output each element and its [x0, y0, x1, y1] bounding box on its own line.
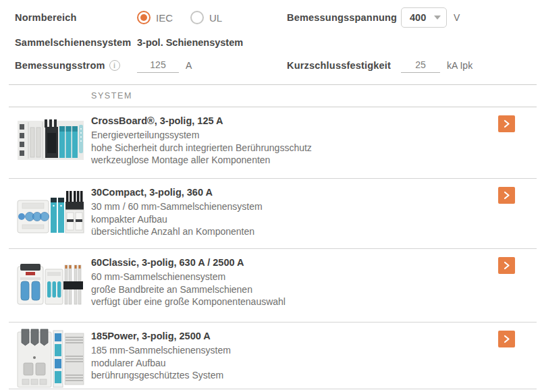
product-image-60classic — [17, 260, 84, 310]
current-input[interactable] — [137, 58, 179, 73]
bemessungsspannung-label-wrap: Bemessungsspannung — [287, 7, 397, 28]
open-product-button[interactable] — [498, 331, 515, 347]
product-image-185power — [17, 328, 84, 391]
radio-iec-circle[interactable] — [137, 11, 151, 24]
chevron-right-icon — [502, 119, 511, 128]
product-desc-line: hohe Sicherheit durch integrierten Berüh… — [91, 142, 496, 155]
bemessungsspannung-label: Bemessungsspannung — [287, 12, 397, 23]
bemessungsspannung-field: 400 V — [401, 7, 460, 28]
product-desc-line: werkzeuglose Montage aller Komponenten — [91, 154, 496, 167]
chevron-right-icon — [502, 191, 511, 200]
product-title: 60Classic, 3-polig, 630 A / 2500 A — [91, 257, 496, 268]
table-header: SYSTEM — [0, 85, 540, 107]
product-row-60classic[interactable]: 60Classic, 3-polig, 630 A / 2500 A 60 mm… — [9, 249, 537, 323]
product-image-30compact — [17, 190, 84, 240]
product-title: CrossBoard®, 3-polig, 125 A — [91, 115, 496, 126]
radio-ul-circle[interactable] — [190, 11, 204, 24]
bemessungsstrom-label: Bemessungsstrom — [15, 60, 105, 71]
radio-ul[interactable]: UL — [190, 11, 222, 24]
product-desc-line: modularer Aufbau — [91, 357, 496, 370]
short-circuit-unit: kA Ipk — [447, 60, 473, 71]
product-desc-line: Energieverteilungssystem — [91, 129, 496, 142]
product-title: 185Power, 3-polig, 2500 A — [91, 331, 496, 341]
kurzschlussfestigkeit-label: Kurzschlussfestigkeit — [287, 60, 391, 71]
radio-ul-label[interactable]: UL — [209, 12, 222, 24]
chevron-right-icon — [502, 261, 511, 270]
product-desc-line: berührungsgeschütztes System — [91, 369, 496, 382]
filter-panel: Normbereich IEC UL Bemessungsspannung 40… — [0, 0, 540, 84]
kurzschlussfestigkeit-field: kA Ipk — [401, 55, 473, 76]
info-icon[interactable]: i — [109, 60, 120, 71]
sammelschienensystem-label: Sammelschienensystem — [15, 37, 131, 48]
current-unit: A — [186, 60, 192, 71]
product-row-30compact[interactable]: 30Compact, 3-polig, 360 A 30 mm / 60 mm-… — [9, 179, 537, 249]
product-desc-line: verfügt über eine große Komponentenauswa… — [91, 296, 496, 308]
product-desc-line: große Bandbreite an Sammelschienen — [91, 283, 496, 296]
sammelschienensystem-label-wrap: Sammelschienensystem — [15, 32, 131, 53]
open-product-button[interactable] — [498, 257, 515, 274]
open-product-button[interactable] — [498, 187, 515, 204]
configurator-page: Normbereich IEC UL Bemessungsspannung 40… — [0, 0, 540, 392]
product-desc-line: 30 mm / 60 mm-Sammelschienensystem — [91, 200, 496, 213]
normbereich-label-wrap: Normbereich — [15, 7, 77, 28]
open-product-button[interactable] — [498, 115, 515, 132]
bemessungsstrom-label-wrap: Bemessungsstrom i — [15, 55, 120, 76]
normbereich-radio-group: IEC UL — [137, 7, 222, 28]
voltage-select[interactable]: 400 — [401, 7, 447, 28]
chevron-down-icon — [434, 16, 441, 20]
radio-iec-label[interactable]: IEC — [156, 12, 173, 24]
short-circuit-input[interactable] — [401, 58, 440, 73]
sammelschienensystem-value: 3-pol. Schienensystem — [137, 37, 243, 48]
product-list: CrossBoard®, 3-polig, 125 A Energieverte… — [0, 107, 540, 389]
voltage-select-value: 400 — [410, 12, 426, 23]
bemessungsstrom-field: A — [137, 55, 192, 76]
normbereich-label: Normbereich — [15, 12, 77, 23]
product-image-crossboard — [17, 118, 84, 165]
product-row-185power[interactable]: 185Power, 3-polig, 2500 A 185 mm-Sammels… — [9, 323, 537, 389]
sammelschienensystem-value-wrap: 3-pol. Schienensystem — [137, 32, 243, 53]
kurzschlussfestigkeit-label-wrap: Kurzschlussfestigkeit — [287, 55, 391, 76]
product-desc-line: kompakter Aufbau — [91, 213, 496, 226]
radio-iec[interactable]: IEC — [137, 11, 173, 24]
table-header-label: SYSTEM — [91, 91, 132, 101]
product-desc-line: 60 mm-Sammelschienensystem — [91, 271, 496, 283]
chevron-right-icon — [502, 335, 511, 343]
product-desc-line: übersichtliche Anzahl an Komponenten — [91, 225, 496, 238]
product-desc-line: 185 mm-Sammelschienensystem — [91, 344, 496, 357]
product-row-crossboard[interactable]: CrossBoard®, 3-polig, 125 A Energieverte… — [9, 107, 537, 179]
product-title: 30Compact, 3-polig, 360 A — [91, 187, 496, 198]
voltage-unit: V — [454, 12, 460, 23]
